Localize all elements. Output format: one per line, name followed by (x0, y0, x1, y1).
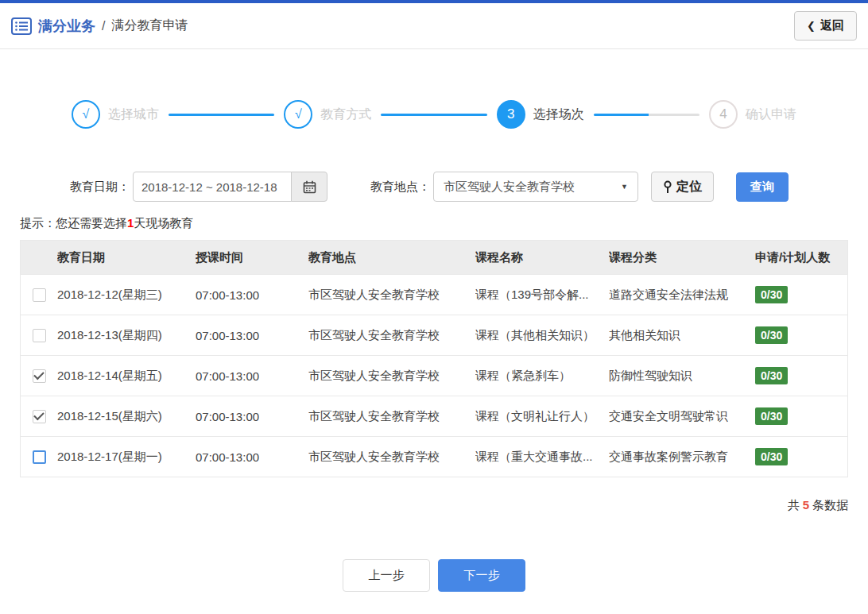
cell-category: 道路交通安全法律法规 (609, 288, 755, 303)
header-location: 教育地点 (308, 250, 475, 265)
cell-course: 课程（139号部令解... (475, 288, 609, 303)
row-checkbox[interactable] (33, 450, 46, 464)
row-checkbox[interactable] (33, 410, 46, 423)
step-connector (381, 114, 486, 116)
step-connector (169, 114, 274, 116)
list-icon (11, 17, 32, 35)
cell-course: 课程（重大交通事故... (475, 450, 609, 465)
quota-badge: 0/30 (755, 286, 788, 303)
cell-date: 2018-12-15(星期六) (57, 409, 196, 424)
cell-time: 07:00-13:00 (196, 329, 308, 342)
locate-button[interactable]: 定位 (651, 172, 714, 202)
quota-badge: 0/30 (755, 448, 788, 465)
step-connector (594, 114, 699, 116)
cell-location: 市区驾驶人安全教育学校 (308, 450, 475, 465)
back-button-label: 返回 (820, 18, 844, 33)
date-input-group (133, 172, 327, 202)
location-select-value: 市区驾驶人安全教育学校 (444, 180, 575, 195)
cell-category: 交通安全文明驾驶常识 (609, 409, 755, 424)
cell-location: 市区驾驶人安全教育学校 (308, 288, 475, 303)
search-button[interactable]: 查询 (736, 172, 789, 202)
cell-time: 07:00-13:00 (196, 288, 308, 302)
cell-category: 防御性驾驶知识 (609, 369, 755, 384)
location-select[interactable]: 市区驾驶人安全教育学校 ▼ (433, 172, 638, 202)
step-4-indicator: 4 (709, 100, 738, 129)
quota-badge: 0/30 (755, 407, 788, 425)
breadcrumb-primary[interactable]: 满分业务 (38, 17, 95, 36)
step-select-city: √ 选择城市 (72, 100, 159, 129)
table-row: 2018-12-17(星期一) 07:00-13:00 市区驾驶人安全教育学校 … (21, 436, 847, 477)
step-1-label: 选择城市 (108, 106, 159, 123)
cell-time: 07:00-13:00 (196, 450, 308, 464)
cell-location: 市区驾驶人安全教育学校 (308, 328, 475, 343)
count-value: 5 (800, 498, 812, 512)
date-range-input[interactable] (133, 172, 292, 202)
location-label: 教育地点： (370, 180, 430, 195)
chevron-down-icon: ▼ (621, 183, 628, 191)
table-row: 2018-12-13(星期四) 07:00-13:00 市区驾驶人安全教育学校 … (21, 315, 847, 355)
cell-course: 课程（紧急刹车） (475, 369, 609, 384)
step-confirm-application: 4 确认申请 (709, 100, 796, 129)
tip-suffix: 天现场教育 (134, 216, 193, 230)
row-checkbox[interactable] (33, 329, 46, 342)
cell-date: 2018-12-12(星期三) (57, 288, 196, 303)
sessions-table: 教育日期 授课时间 教育地点 课程名称 课程分类 申请/计划人数 2018-12… (20, 240, 848, 477)
quota-badge: 0/30 (755, 367, 788, 384)
cell-date: 2018-12-13(星期四) (57, 328, 196, 343)
step-1-indicator: √ (72, 100, 100, 129)
step-select-session: 3 选择场次 (497, 100, 584, 129)
quota-badge: 0/30 (755, 326, 788, 344)
tip-prefix: 提示：您还需要选择 (20, 216, 127, 230)
table-row: 2018-12-12(星期三) 07:00-13:00 市区驾驶人安全教育学校 … (21, 274, 847, 315)
cell-date: 2018-12-14(星期五) (57, 369, 196, 384)
cell-time: 07:00-13:00 (196, 369, 308, 383)
cell-location: 市区驾驶人安全教育学校 (308, 409, 475, 424)
table-row: 2018-12-14(星期五) 07:00-13:00 市区驾驶人安全教育学校 … (21, 355, 847, 396)
cell-course: 课程（其他相关知识） (475, 328, 609, 343)
header-category: 课程分类 (609, 250, 755, 265)
filter-bar: 教育日期： 教育地点： 市区驾驶人安全教育学校 ▼ 定位 查询 (70, 172, 868, 202)
cell-course: 课程（文明礼让行人） (475, 409, 609, 424)
cell-time: 07:00-13:00 (196, 410, 308, 423)
breadcrumb: 满分业务 / 满分教育申请 (11, 17, 188, 36)
cell-location: 市区驾驶人安全教育学校 (308, 369, 475, 384)
count-prefix: 共 (788, 498, 800, 512)
table-header-row: 教育日期 授课时间 教育地点 课程名称 课程分类 申请/计划人数 (21, 241, 847, 274)
date-label: 教育日期： (70, 180, 130, 195)
count-suffix: 条数据 (812, 498, 848, 512)
step-4-label: 确认申请 (746, 106, 796, 123)
chevron-left-icon: ❮ (807, 20, 816, 32)
tip-message: 提示：您还需要选择1天现场教育 (20, 216, 868, 231)
map-pin-icon (663, 180, 672, 194)
next-step-button[interactable]: 下一步 (438, 559, 525, 592)
calendar-icon (303, 180, 316, 194)
cell-category: 交通事故案例警示教育 (609, 450, 755, 465)
locate-button-label: 定位 (676, 179, 702, 195)
cell-category: 其他相关知识 (609, 328, 755, 343)
header-quota: 申请/计划人数 (755, 250, 847, 265)
header-time: 授课时间 (196, 250, 308, 265)
table-row: 2018-12-15(星期六) 07:00-13:00 市区驾驶人安全教育学校 … (21, 396, 847, 436)
header-date: 教育日期 (57, 250, 196, 265)
breadcrumb-separator: / (102, 19, 105, 33)
calendar-button[interactable] (291, 172, 327, 202)
step-2-label: 教育方式 (320, 106, 371, 123)
back-button[interactable]: ❮ 返回 (794, 11, 857, 41)
header: 满分业务 / 满分教育申请 ❮ 返回 (0, 0, 868, 49)
wizard-actions: 上一步 下一步 (0, 559, 868, 592)
record-count: 共5条数据 (0, 498, 848, 513)
step-education-mode: √ 教育方式 (284, 100, 371, 129)
row-checkbox[interactable] (33, 288, 46, 302)
previous-step-button[interactable]: 上一步 (343, 559, 430, 592)
header-course: 课程名称 (475, 250, 609, 265)
step-3-indicator: 3 (497, 100, 525, 129)
step-2-indicator: √ (284, 100, 312, 129)
stepper: √ 选择城市 √ 教育方式 3 选择场次 4 确认申请 (72, 100, 796, 129)
row-checkbox[interactable] (33, 369, 46, 383)
step-3-label: 选择场次 (533, 106, 584, 123)
cell-date: 2018-12-17(星期一) (57, 450, 196, 465)
page-title: 满分教育申请 (111, 17, 188, 34)
